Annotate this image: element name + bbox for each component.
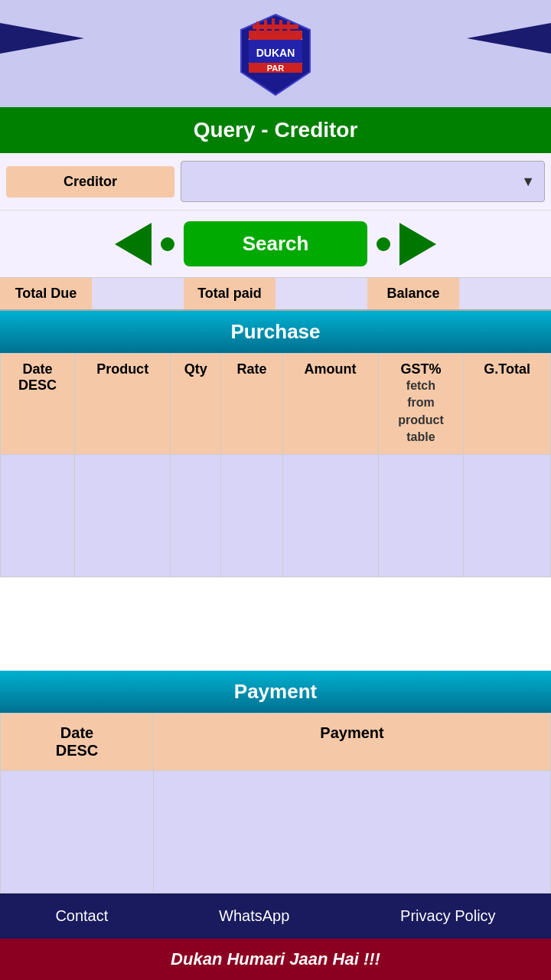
payment-table: DateDESC Payment (0, 713, 551, 893)
svg-rect-3 (264, 20, 267, 31)
logo-icon: DUKAN PAR (237, 11, 314, 99)
svg-rect-5 (279, 20, 282, 31)
contact-link[interactable]: Contact (55, 907, 108, 925)
balance-label: Balance (367, 278, 459, 309)
svg-rect-6 (287, 21, 290, 31)
whatsapp-link[interactable]: WhatsApp (219, 907, 289, 925)
nav-dot-right (377, 237, 390, 251)
search-row: Search (0, 211, 551, 277)
total-paid-value (276, 278, 367, 309)
purchase-gtotal-cell (464, 454, 551, 577)
payment-amount-cell (154, 771, 551, 893)
col-qty: Qty (171, 354, 221, 455)
col-date-desc: DateDESC (1, 354, 75, 455)
payment-table-row (1, 771, 551, 893)
total-due-label: Total Due (0, 278, 92, 309)
payment-section-title: Payment (0, 671, 551, 713)
col-product: Product (75, 354, 171, 455)
creditor-label: Creditor (6, 166, 174, 198)
creditor-dropdown[interactable]: ▼ (181, 161, 545, 202)
footer-links: Contact WhatsApp Privacy Policy (0, 893, 551, 939)
header-wing-right-icon (467, 23, 551, 54)
svg-text:DUKAN: DUKAN (256, 47, 295, 59)
svg-text:PAR: PAR (267, 64, 284, 73)
nav-next-button[interactable] (399, 223, 436, 266)
purchase-table: DateDESC Product Qty Rate Amount GST%fet… (0, 353, 551, 577)
app-header: DUKAN PAR (0, 0, 551, 107)
purchase-table-row (1, 454, 551, 577)
payment-section: DateDESC Payment (0, 713, 551, 893)
footer-tagline: Dukan Humari Jaan Hai !!! (0, 939, 551, 980)
col-rate: Rate (221, 354, 282, 455)
search-button[interactable]: Search (184, 221, 367, 266)
purchase-section-title: Purchase (0, 311, 551, 353)
col-amount: Amount (282, 354, 378, 455)
purchase-table-header-row: DateDESC Product Qty Rate Amount GST%fet… (1, 354, 551, 455)
payment-col-date-desc: DateDESC (1, 714, 154, 771)
total-due-value (92, 278, 184, 309)
logo-container: DUKAN PAR (237, 11, 314, 99)
content-spacer (0, 577, 551, 671)
svg-rect-2 (256, 21, 259, 31)
header-wing-left-icon (0, 23, 84, 54)
page-title: Query - Creditor (0, 107, 551, 153)
col-g-total: G.Total (464, 354, 551, 455)
payment-date-cell (1, 771, 154, 893)
payment-table-header-row: DateDESC Payment (1, 714, 551, 771)
creditor-row: Creditor ▼ (0, 153, 551, 211)
svg-rect-4 (272, 18, 275, 31)
svg-rect-8 (249, 31, 302, 40)
balance-value (459, 278, 551, 309)
nav-dot-left (161, 237, 174, 251)
totals-row: Total Due Total paid Balance (0, 277, 551, 311)
privacy-policy-link[interactable]: Privacy Policy (400, 907, 495, 925)
purchase-gst-cell (378, 454, 464, 577)
purchase-table-container: DateDESC Product Qty Rate Amount GST%fet… (0, 353, 551, 577)
purchase-qty-cell (171, 454, 221, 577)
purchase-date-cell (1, 454, 75, 577)
payment-col-payment: Payment (154, 714, 551, 771)
purchase-product-cell (75, 454, 171, 577)
col-gst-pct: GST%fetchfromproducttable (378, 354, 464, 455)
chevron-down-icon: ▼ (521, 174, 535, 190)
purchase-rate-cell (221, 454, 282, 577)
nav-prev-button[interactable] (115, 223, 152, 266)
total-paid-label: Total paid (184, 278, 276, 309)
purchase-amount-cell (282, 454, 378, 577)
